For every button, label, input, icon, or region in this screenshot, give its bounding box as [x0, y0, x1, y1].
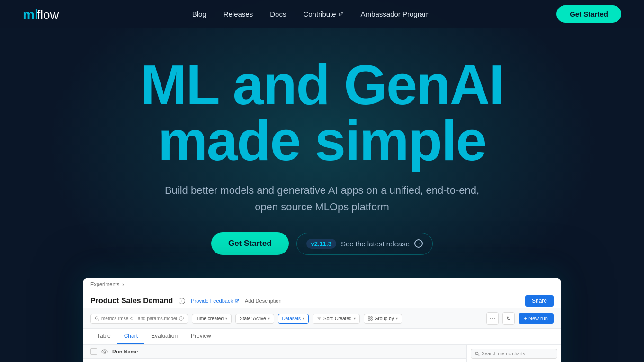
version-badge: v2.11.3	[306, 239, 336, 249]
dashboard-title: Product Sales Demand	[90, 297, 173, 305]
dashboard-content-area: Run Name abundant-snip...	[83, 344, 561, 362]
release-button[interactable]: v2.11.3 See the latest release →	[296, 233, 433, 255]
hero-cta-button[interactable]: Get Started	[211, 232, 289, 255]
svg-text:flow: flow	[37, 8, 59, 22]
chevron-down-icon: ▾	[225, 317, 227, 321]
hero-subtitle: Build better models and generative AI ap…	[128, 182, 516, 215]
visibility-icon	[101, 348, 108, 355]
tab-evaluation[interactable]: Evaluation	[144, 329, 184, 344]
logo[interactable]: ml flow	[23, 6, 65, 23]
navbar: ml flow Blog Releases Docs Contribute Am…	[0, 0, 644, 28]
nav-ambassador[interactable]: Ambassador Program	[361, 10, 430, 18]
filter-state[interactable]: State: Active ▾	[235, 314, 274, 324]
breadcrumb: Experiments ›	[90, 281, 124, 287]
nav-blog[interactable]: Blog	[192, 10, 206, 18]
svg-line-3	[98, 319, 99, 320]
feedback-link[interactable]: Provide Feedback	[191, 298, 239, 304]
dashboard-screenshot: Experiments › Product Sales Demand i Pro…	[83, 278, 561, 362]
filter-bar-right: ⋯ ↻ + New run	[486, 312, 554, 325]
filter-time-created[interactable]: Time created ▾	[192, 314, 232, 324]
new-run-button[interactable]: + New run	[519, 313, 554, 324]
metric-charts-panel: Search metric charts	[466, 345, 561, 362]
chevron-down-icon: ▾	[396, 317, 398, 321]
hero-buttons: Get Started v2.11.3 See the latest relea…	[23, 232, 621, 255]
breadcrumb-separator: ›	[122, 281, 124, 287]
tab-preview[interactable]: Preview	[184, 329, 218, 344]
chevron-down-icon: ▾	[268, 317, 270, 321]
filter-datasets[interactable]: Datasets ▾	[278, 314, 309, 324]
metric-search[interactable]: Search metric charts	[471, 349, 557, 359]
tab-chart[interactable]: Chart	[117, 329, 144, 344]
dashboard-tabs: Table Chart Evaluation Preview	[83, 329, 561, 344]
nav-releases[interactable]: Releases	[224, 10, 253, 18]
filter-sort[interactable]: Sort: Created ▾	[313, 314, 359, 324]
dash-topbar: Experiments ›	[83, 278, 561, 291]
nav-docs[interactable]: Docs	[270, 10, 286, 18]
dash-title-row: Product Sales Demand i Provide Feedback …	[83, 291, 561, 308]
run-name-header: Run Name	[112, 349, 138, 354]
runs-table: Run Name abundant-snip...	[83, 345, 466, 362]
filter-group-by[interactable]: Group by ▾	[364, 314, 402, 324]
more-options-button[interactable]: ⋯	[486, 312, 499, 325]
select-all-checkbox[interactable]	[90, 348, 97, 355]
hero-title-line2: made simple	[158, 109, 486, 172]
nav-links: Blog Releases Docs Contribute Ambassador…	[192, 10, 430, 18]
chevron-down-icon: ▾	[303, 317, 304, 321]
info-icon: i	[179, 298, 185, 304]
svg-rect-6	[368, 317, 370, 318]
svg-point-10	[102, 350, 107, 353]
svg-text:ml: ml	[23, 7, 38, 22]
chevron-down-icon: ▾	[354, 317, 356, 321]
metric-search-placeholder: Search metric charts	[482, 351, 525, 356]
filter-bar: i Time created ▾ State: Active ▾ Dataset…	[83, 308, 561, 329]
hero-title-line1: ML and GenAI	[140, 54, 503, 116]
nav-contribute[interactable]: Contribute	[303, 10, 343, 18]
breadcrumb-parent: Experiments	[90, 281, 119, 287]
svg-rect-9	[370, 319, 372, 321]
svg-point-2	[95, 317, 98, 319]
tab-table[interactable]: Table	[90, 329, 117, 344]
add-description[interactable]: Add Description	[245, 298, 282, 304]
table-header: Run Name	[83, 345, 466, 359]
svg-line-17	[478, 354, 479, 356]
table-row: abundant-snip...	[83, 359, 466, 362]
svg-text:i: i	[181, 317, 181, 320]
release-text: See the latest release	[341, 240, 410, 248]
hero-title: ML and GenAI made simple	[23, 57, 621, 169]
arrow-icon: →	[414, 239, 423, 248]
filter-search-input[interactable]	[101, 316, 177, 321]
filter-search[interactable]: i	[90, 314, 188, 324]
hero-section: ML and GenAI made simple Build better mo…	[0, 28, 644, 362]
nav-cta-button[interactable]: Get Started	[556, 5, 621, 23]
svg-rect-7	[370, 317, 372, 318]
svg-point-11	[104, 351, 106, 353]
svg-rect-8	[368, 319, 370, 321]
svg-point-16	[475, 352, 478, 355]
refresh-button[interactable]: ↻	[502, 312, 515, 325]
share-button[interactable]: Share	[525, 295, 554, 307]
